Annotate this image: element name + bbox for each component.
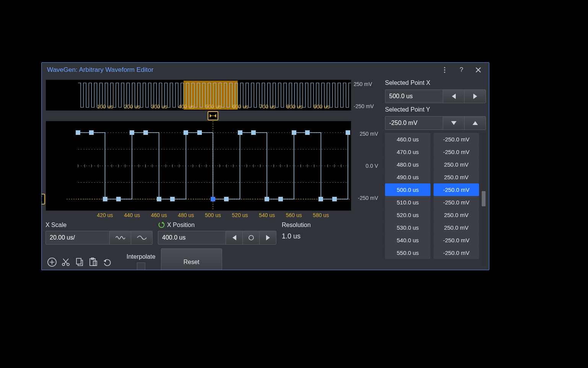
x-position-next[interactable] (259, 231, 276, 244)
zoom-x-tick: 540 us (259, 212, 275, 218)
point-y-cell: -250.0 mV (434, 146, 479, 158)
copy-icon (75, 257, 84, 267)
table-row[interactable]: 490.0 us250.0 mV (385, 171, 479, 183)
undo-icon (102, 257, 112, 267)
x-position-value[interactable]: 400.0 us (158, 231, 226, 244)
waveform-point-handle[interactable] (211, 197, 215, 201)
waveform-point-handle[interactable] (305, 130, 310, 135)
table-row[interactable]: 520.0 us250.0 mV (385, 209, 479, 221)
paste-icon (88, 257, 98, 267)
waveform-point-handle[interactable] (265, 197, 269, 201)
selected-point-x-value[interactable]: 500.0 us (385, 90, 443, 103)
waveform-point-handle[interactable] (278, 197, 283, 201)
svg-text:?: ? (460, 66, 463, 73)
zoom-x-tick: 460 us (151, 212, 167, 218)
waveform-point-handle[interactable] (157, 197, 161, 201)
point-x-cell: 510.0 us (385, 196, 430, 209)
help-button[interactable]: ? (456, 65, 467, 75)
selected-point-x-next[interactable] (464, 90, 486, 103)
waveform-point-handle[interactable] (292, 130, 296, 135)
waveform-point-handle[interactable] (103, 197, 107, 201)
waveform-point-handle[interactable] (89, 130, 94, 135)
point-x-cell: 520.0 us (385, 209, 430, 221)
table-row[interactable]: 470.0 us-250.0 mV (385, 146, 479, 158)
triangle-up-icon (473, 121, 478, 125)
scrollbar-thumb[interactable] (482, 191, 486, 206)
reset-button[interactable]: Reset (161, 248, 222, 270)
wave-sparse-icon (136, 234, 147, 241)
point-x-cell: 550.0 us (385, 246, 430, 259)
point-y-cell: -250.0 mV (434, 133, 479, 146)
close-button[interactable] (473, 65, 484, 75)
wave-dense-icon (115, 234, 126, 241)
zoom-x-tick: 580 us (313, 212, 329, 218)
svg-point-0 (444, 67, 445, 68)
waveform-point-handle[interactable] (76, 130, 80, 135)
interpolate-checkbox[interactable] (137, 263, 145, 270)
points-scrollbar[interactable] (481, 133, 486, 266)
paste-button[interactable] (87, 256, 100, 269)
menu-button[interactable] (439, 65, 450, 75)
triangle-down-icon (451, 121, 456, 125)
selected-point-y-value[interactable]: -250.0 mV (385, 117, 443, 130)
overview-x-tick: 300 us (151, 104, 167, 110)
selected-point-x-prev[interactable] (443, 90, 464, 103)
selected-point-y-label: Selected Point Y (385, 106, 486, 113)
waveform-point-handle[interactable] (184, 130, 188, 135)
selected-point-y-up[interactable] (464, 117, 486, 130)
y-cursor-handle[interactable] (41, 194, 45, 204)
table-row[interactable]: 540.0 us-250.0 mV (385, 234, 479, 246)
waveform-point-handle[interactable] (224, 197, 229, 201)
selected-point-y-down[interactable] (443, 117, 464, 130)
table-row[interactable]: 550.0 us-250.0 mV (385, 246, 479, 259)
zoom-y-labels: 250 mV 0.0 V -250 mV (351, 121, 378, 211)
zoom-waveform-plot[interactable]: 420 us440 us460 us480 us500 us520 us540 … (45, 121, 351, 211)
zoom-y-max: 250 mV (354, 131, 378, 137)
point-y-cell: -250.0 mV (434, 196, 479, 209)
table-row[interactable]: 460.0 us-250.0 mV (385, 133, 479, 146)
zoom-x-tick: 500 us (205, 212, 221, 218)
x-scale-control: 20.00 us/ (45, 231, 153, 245)
copy-button[interactable] (73, 256, 86, 269)
waveform-point-handle[interactable] (116, 197, 121, 201)
x-position-prev[interactable] (226, 231, 242, 244)
resolution-value: 1.0 us (282, 231, 311, 240)
table-row[interactable]: 530.0 us250.0 mV (385, 221, 479, 234)
x-scale-zoom-in[interactable] (131, 231, 152, 244)
x-scale-zoom-out[interactable] (109, 231, 131, 244)
overview-x-tick: 800 us (286, 104, 302, 110)
waveform-point-handle[interactable] (346, 130, 350, 135)
add-point-button[interactable] (45, 256, 58, 269)
point-x-cell: 530.0 us (385, 221, 430, 234)
waveform-point-handle[interactable] (332, 197, 337, 201)
point-x-cell: 540.0 us (385, 234, 430, 246)
arrows-vertical-icon (41, 195, 44, 203)
waveform-point-handle[interactable] (130, 130, 134, 135)
x-scale-value[interactable]: 20.00 us/ (46, 231, 109, 244)
undo-button[interactable] (101, 256, 114, 269)
cut-button[interactable] (59, 256, 72, 269)
scissors-icon (61, 257, 71, 267)
triangle-right-icon (266, 235, 270, 240)
x-position-control: 400.0 us (158, 231, 276, 245)
waveform-point-handle[interactable] (251, 130, 256, 135)
point-y-cell: -250.0 mV (434, 234, 479, 246)
waveform-point-handle[interactable] (170, 197, 175, 201)
window-title: WaveGen: Arbitrary Waveform Editor (47, 66, 153, 74)
x-position-label: X Position (158, 222, 276, 229)
table-row[interactable]: 480.0 us250.0 mV (385, 158, 479, 171)
x-position-center[interactable] (242, 231, 259, 244)
waveform-point-handle[interactable] (238, 130, 242, 135)
x-cursor-handle[interactable] (208, 111, 218, 120)
waveform-point-handle[interactable] (197, 130, 202, 135)
waveform-point-handle[interactable] (143, 130, 148, 135)
waveform-point-handle[interactable] (318, 197, 323, 201)
svg-point-53 (249, 235, 253, 240)
svg-point-2 (444, 71, 445, 73)
selected-point-x-control: 500.0 us (385, 89, 486, 103)
selected-point-x-label: Selected Point X (385, 79, 486, 86)
svg-rect-57 (76, 258, 81, 264)
overview-waveform[interactable]: 100 us200 us300 us400 us500 us600 us700 … (45, 79, 351, 111)
table-row[interactable]: 500.0 us-250.0 mV (385, 183, 479, 196)
table-row[interactable]: 510.0 us-250.0 mV (385, 196, 479, 209)
